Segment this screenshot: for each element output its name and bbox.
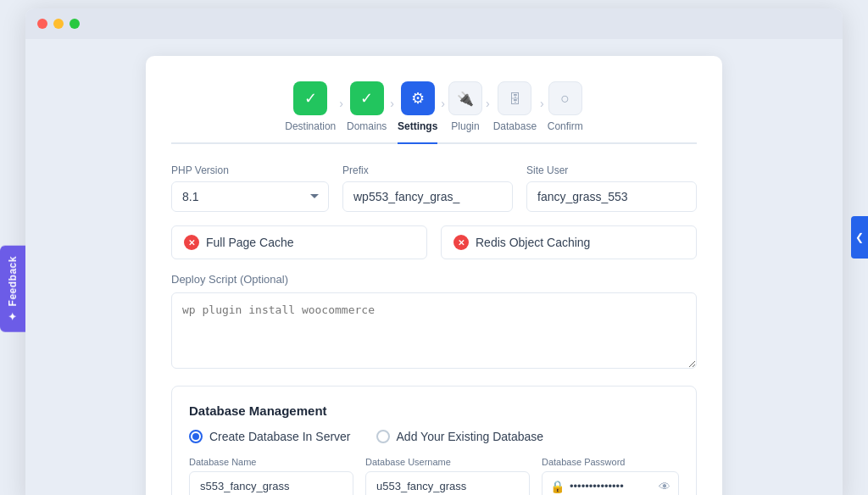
window-chrome — [25, 8, 843, 39]
feedback-tab[interactable]: ✦ Feedback — [0, 246, 25, 332]
db-name-group: Database Name — [189, 457, 353, 495]
lock-icon: 🔒 — [550, 480, 565, 493]
toggle-row: ✕ Full Page Cache ✕ Redis Object Caching — [171, 225, 697, 259]
create-database-option[interactable]: Create Database In Server — [189, 430, 351, 443]
db-name-input[interactable] — [189, 471, 353, 495]
step-domains[interactable]: ✓ Domains — [347, 81, 387, 142]
add-existing-db-label: Add Your Existing Database — [397, 430, 544, 443]
step-settings[interactable]: ⚙ Settings — [398, 81, 437, 142]
main-window: ✓ Destination › ✓ Domains › ⚙ Settings — [25, 39, 843, 495]
db-password-wrapper: 🔒 👁 — [542, 471, 679, 495]
step-destination-label: Destination — [285, 120, 336, 132]
create-database-radio[interactable] — [189, 430, 203, 443]
deploy-script-textarea[interactable] — [171, 292, 697, 369]
connector-5: › — [540, 81, 544, 110]
minimize-button[interactable] — [53, 19, 64, 29]
redis-caching-label: Redis Object Caching — [476, 236, 590, 249]
step-domains-icon: ✓ — [350, 81, 384, 115]
db-username-group: Database Username — [365, 457, 530, 495]
chevron-left-icon: ❮ — [855, 231, 864, 243]
database-title: Database Management — [189, 403, 679, 418]
form-row-1: PHP Version 8.1 7.4 8.0 8.2 Prefix Site … — [171, 164, 697, 212]
step-plugin-label: Plugin — [451, 120, 479, 132]
site-user-input[interactable] — [526, 181, 697, 212]
db-fields-row: Database Name Database Username Database… — [189, 457, 679, 495]
step-settings-label: Settings — [398, 120, 437, 132]
connector-4: › — [486, 81, 490, 110]
site-user-group: Site User — [526, 164, 697, 212]
db-password-group: Database Password 🔒 👁 — [542, 457, 679, 495]
step-plugin-icon: 🔌 — [448, 81, 482, 115]
step-database-icon: 🗄 — [498, 81, 531, 115]
connector-1: › — [339, 81, 343, 110]
db-name-label: Database Name — [189, 457, 353, 467]
php-version-select[interactable]: 8.1 7.4 8.0 8.2 — [171, 181, 329, 212]
traffic-lights — [37, 19, 80, 29]
step-domains-label: Domains — [347, 120, 387, 132]
full-page-cache-toggle[interactable]: ✕ Full Page Cache — [171, 225, 427, 259]
redis-caching-toggle[interactable]: ✕ Redis Object Caching — [441, 225, 697, 259]
create-database-label: Create Database In Server — [209, 430, 351, 443]
step-confirm[interactable]: ○ Confirm — [548, 81, 583, 142]
connector-2: › — [390, 81, 394, 110]
close-button[interactable] — [37, 19, 47, 29]
prefix-input[interactable] — [342, 181, 513, 212]
php-version-label: PHP Version — [171, 164, 329, 176]
db-username-input[interactable] — [365, 471, 530, 495]
db-username-label: Database Username — [365, 457, 530, 467]
eye-slash-icon[interactable]: 👁 — [659, 480, 670, 493]
wizard-card: ✓ Destination › ✓ Domains › ⚙ Settings — [146, 56, 722, 495]
redis-caching-x-icon: ✕ — [453, 235, 469, 250]
deploy-script-label: Deploy Script (Optional) — [171, 273, 697, 286]
step-destination-icon: ✓ — [293, 81, 327, 115]
step-settings-icon: ⚙ — [401, 81, 435, 115]
full-page-cache-label: Full Page Cache — [206, 236, 294, 249]
php-version-group: PHP Version 8.1 7.4 8.0 8.2 — [171, 164, 329, 212]
prefix-label: Prefix — [342, 164, 513, 176]
database-section: Database Management Create Database In S… — [171, 386, 697, 495]
prefix-group: Prefix — [342, 164, 513, 212]
add-existing-db-radio[interactable] — [376, 430, 390, 443]
site-user-label: Site User — [526, 164, 697, 176]
add-existing-db-option[interactable]: Add Your Existing Database — [376, 430, 544, 443]
full-page-cache-x-icon: ✕ — [184, 235, 199, 250]
step-database-label: Database — [493, 120, 537, 132]
step-confirm-label: Confirm — [548, 120, 583, 132]
connector-3: › — [441, 81, 445, 110]
step-database[interactable]: 🗄 Database — [493, 81, 537, 142]
feedback-label: ✦ Feedback — [7, 256, 19, 322]
deploy-script-group: Deploy Script (Optional) — [171, 273, 697, 372]
step-confirm-icon: ○ — [548, 81, 582, 115]
maximize-button[interactable] — [70, 19, 80, 29]
step-plugin[interactable]: 🔌 Plugin — [448, 81, 482, 142]
db-password-label: Database Password — [542, 457, 679, 467]
stepper: ✓ Destination › ✓ Domains › ⚙ Settings — [171, 81, 697, 144]
step-destination[interactable]: ✓ Destination — [285, 81, 336, 142]
database-radio-row: Create Database In Server Add Your Exist… — [189, 430, 679, 443]
right-panel-toggle[interactable]: ❮ — [851, 216, 868, 259]
